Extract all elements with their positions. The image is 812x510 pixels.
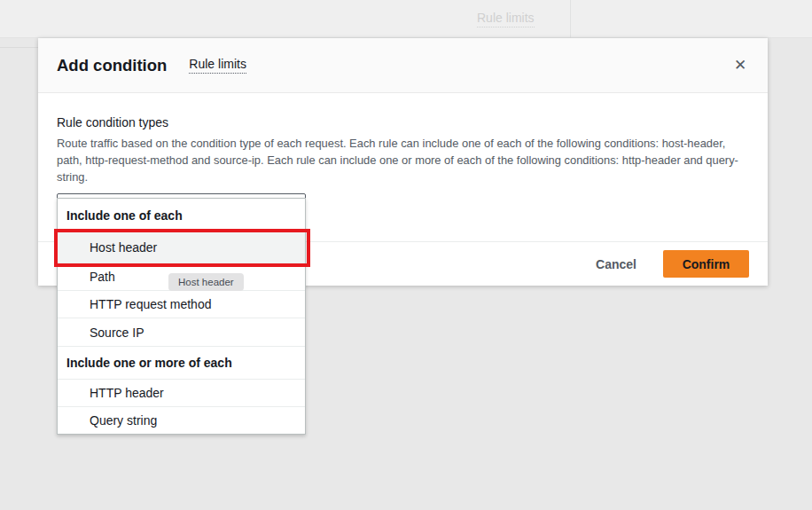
option-label: HTTP request method	[90, 297, 211, 311]
close-icon: ✕	[734, 58, 746, 73]
group-label: Include one or more of each	[66, 356, 232, 370]
modal-header: Add condition Rule limits ✕	[38, 38, 768, 93]
dropdown-option-http-header[interactable]: HTTP header	[58, 379, 305, 406]
background-line	[0, 47, 38, 48]
dropdown-option-query-string[interactable]: Query string	[58, 406, 305, 434]
modal-title: Add condition	[57, 56, 167, 75]
cursor-tooltip: Host header	[168, 273, 244, 291]
condition-dropdown-panel: Include one of each Host header Path HTT…	[57, 198, 306, 435]
dropdown-option-source-ip[interactable]: Source IP	[58, 318, 305, 346]
rule-condition-types-description: Route traffic based on the condition typ…	[57, 135, 749, 185]
dropdown-group-include-one-of-each: Include one of each	[58, 199, 305, 231]
option-label: Path	[90, 270, 115, 284]
dropdown-option-host-header[interactable]: Host header	[58, 231, 305, 263]
confirm-button[interactable]: Confirm	[663, 250, 749, 278]
option-label: HTTP header	[90, 386, 164, 400]
option-label: Source IP	[90, 326, 144, 340]
dropdown-group-include-one-or-more-of-each: Include one or more of each	[58, 346, 305, 379]
option-label: Query string	[90, 413, 157, 428]
cancel-button[interactable]: Cancel	[596, 257, 636, 271]
add-condition-modal: Add condition Rule limits ✕ Rule conditi…	[38, 38, 768, 286]
dropdown-option-http-request-method[interactable]: HTTP request method	[58, 290, 305, 318]
background-topbar	[0, 0, 812, 38]
close-button[interactable]: ✕	[731, 57, 749, 75]
rule-condition-types-label: Rule condition types	[57, 115, 749, 129]
background-divider	[570, 0, 571, 38]
option-label: Host header	[90, 240, 157, 255]
background-rule-limits-link: Rule limits	[477, 11, 535, 27]
page-root: Rule limits Add condition Rule limits ✕ …	[0, 0, 812, 510]
rule-limits-link[interactable]: Rule limits	[189, 57, 246, 74]
group-label: Include one of each	[66, 208, 183, 223]
